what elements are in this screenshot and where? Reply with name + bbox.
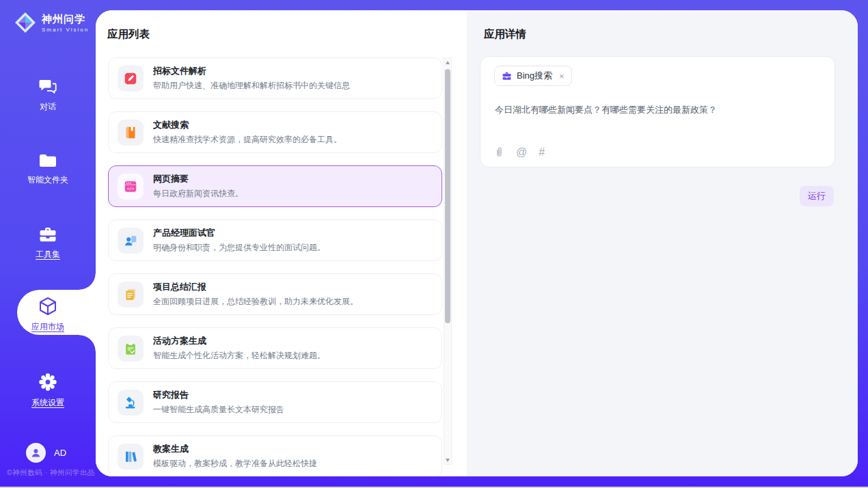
app-desc: 一键智能生成高质量长文本研究报告 — [153, 404, 284, 416]
tool-tag-label: Bing搜索 — [517, 70, 552, 82]
app-desc: 智能生成个性化活动方案，轻松解决规划难题。 — [153, 350, 325, 362]
app-name: 研究报告 — [153, 389, 284, 401]
svg-text:</>: </> — [127, 185, 135, 190]
sidebar-item-toolset[interactable]: 工具集 — [0, 226, 96, 260]
diamond-logo-icon — [14, 11, 37, 34]
app-name: 招标文件解析 — [153, 65, 350, 77]
interviewer-icon — [118, 228, 144, 254]
user-account[interactable]: AD — [26, 443, 66, 463]
tool-tag-bing-search[interactable]: Bing搜索 × — [494, 66, 572, 86]
app-desc: 快速精准查找学术资源，提高研究效率的必备工具。 — [153, 134, 342, 146]
chat-icon — [38, 77, 58, 96]
app-card-lesson-plan[interactable]: 教案生成 模板驱动，教案秒成，教学准备从此轻松快捷 — [108, 435, 442, 476]
hashtag-icon[interactable]: # — [539, 147, 545, 158]
app-name: 项目总结汇报 — [153, 281, 358, 293]
folder-icon — [38, 152, 58, 170]
sidebar: 神州问学 Smart Vision 对话 智能文件夹 工具集 应用市场 — [0, 0, 96, 488]
mention-icon[interactable]: @ — [516, 147, 527, 158]
app-name: 活动方案生成 — [153, 335, 325, 347]
briefcase-icon — [38, 226, 58, 244]
app-list-panel: 应用列表 招标文件解析 帮助用户快速、准确地理解和解析招标书中的关键信息 — [96, 10, 467, 476]
briefcase-icon — [502, 71, 512, 81]
app-desc: 明确身份和职责，为您提供专业性的面试问题。 — [153, 242, 325, 254]
app-card-project-summary[interactable]: 项目总结汇报 全面回顾项目进展，总结经验教训，助力未来优化发展。 — [108, 273, 442, 315]
app-desc: 模板驱动，教案秒成，教学准备从此轻松快捷 — [153, 458, 317, 470]
prompt-card: Bing搜索 × 今日湖北有哪些新闻要点？有哪些需要关注的最新政策？ @ # — [480, 56, 835, 167]
app-name: 产品经理面试官 — [153, 227, 325, 239]
app-name: 网页摘要 — [153, 173, 243, 185]
list-scrollbar[interactable] — [444, 57, 452, 465]
scroll-up-button[interactable] — [444, 58, 451, 66]
brand-name: 神州问学 — [42, 13, 89, 26]
sidebar-item-app-market[interactable]: 应用市场 — [0, 296, 96, 333]
app-details-panel: 应用详情 Bing搜索 × 今日湖北有哪些新闻要点？有哪些需要关注的最新政策？ … — [467, 10, 858, 476]
clipboard-check-icon — [118, 336, 144, 362]
app-card-tender-parse[interactable]: 招标文件解析 帮助用户快速、准确地理解和解析招标书中的关键信息 — [108, 57, 442, 99]
app-card-list: 招标文件解析 帮助用户快速、准确地理解和解析招标书中的关键信息 文献搜索 快速精… — [108, 57, 442, 476]
sidebar-item-settings[interactable]: 系统设置 — [0, 372, 96, 409]
gear-icon — [38, 372, 58, 392]
app-card-activity-plan[interactable]: 活动方案生成 智能生成个性化活动方案，轻松解决规划难题。 — [108, 327, 442, 369]
app-card-pm-interviewer[interactable]: 产品经理面试官 明确身份和职责，为您提供专业性的面试问题。 — [108, 219, 442, 261]
sidebar-item-chat[interactable]: 对话 — [0, 77, 96, 113]
microscope-icon — [118, 390, 144, 416]
app-desc: 帮助用户快速、准确地理解和解析招标书中的关键信息 — [153, 80, 350, 92]
app-card-research-report[interactable]: 研究报告 一键智能生成高质量长文本研究报告 — [108, 381, 442, 423]
prompt-input[interactable]: 今日湖北有哪些新闻要点？有哪些需要关注的最新政策？ — [495, 103, 822, 117]
sidebar-item-smart-folder[interactable]: 智能文件夹 — [0, 152, 96, 186]
brand-logo: 神州问学 Smart Vision — [14, 11, 89, 34]
literature-book-icon — [118, 120, 144, 146]
books-icon — [118, 444, 144, 470]
app-card-literature-search[interactable]: 文献搜索 快速精准查找学术资源，提高研究效率的必备工具。 — [108, 111, 442, 153]
paperclip-icon[interactable] — [494, 146, 504, 158]
app-name: 文献搜索 — [153, 119, 342, 131]
app-list-title: 应用列表 — [107, 27, 150, 42]
tag-close-icon[interactable]: × — [559, 72, 565, 81]
scrollbar-thumb[interactable] — [445, 69, 450, 323]
run-button[interactable]: 运行 — [800, 186, 834, 206]
main-panel: 应用列表 招标文件解析 帮助用户快速、准确地理解和解析招标书中的关键信息 — [96, 10, 858, 476]
app-name: 教案生成 — [153, 443, 317, 455]
app-desc: 每日政府新闻资讯快查。 — [153, 188, 243, 200]
app-card-web-summary[interactable]: </> 网页摘要 每日政府新闻资讯快查。 — [108, 165, 442, 207]
scroll-down-button[interactable] — [444, 456, 451, 464]
avatar — [26, 443, 46, 463]
cube-icon — [37, 296, 59, 316]
person-icon — [30, 447, 42, 459]
user-name: AD — [54, 448, 66, 458]
notes-icon — [118, 282, 144, 308]
app-details-title: 应用详情 — [484, 27, 526, 42]
tender-doc-icon — [118, 66, 144, 92]
app-desc: 全面回顾项目进展，总结经验教训，助力未来优化发展。 — [153, 296, 358, 308]
brand-tagline: Smart Vision — [42, 27, 89, 33]
webpage-code-icon: </> — [118, 174, 144, 200]
